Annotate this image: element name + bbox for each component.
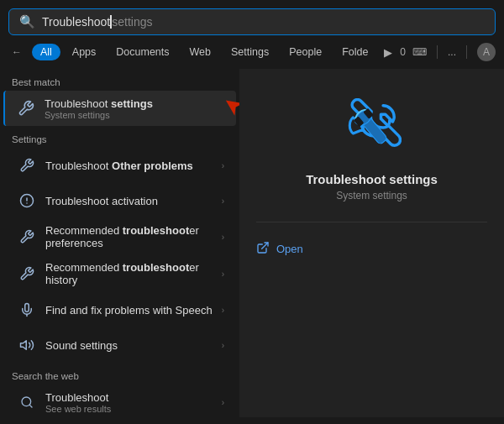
web-item-subtitle: See web results xyxy=(45,404,111,414)
filter-tabs-bar: ← All Apps Documents Web Settings People… xyxy=(0,35,504,69)
chevron-5: › xyxy=(222,341,224,350)
tab-more-button[interactable]: ▶ xyxy=(380,42,396,62)
tab-all[interactable]: All xyxy=(32,44,60,60)
main-layout: Best match Troubleshoot settings System … xyxy=(0,69,504,417)
chevron-3: › xyxy=(222,270,224,279)
svg-marker-4 xyxy=(21,341,27,350)
settings-item-5[interactable]: Sound settings › xyxy=(3,327,236,363)
item-text-3: Recommended troubleshooterhistory xyxy=(45,261,199,286)
right-panel: Troubleshoot settings System settings Op… xyxy=(239,69,504,417)
wrench-svg-icon xyxy=(340,96,403,159)
settings-label: Settings xyxy=(0,126,239,148)
open-icon xyxy=(256,241,270,257)
item-text-2: Recommended troubleshooterpreferences xyxy=(45,224,199,249)
web-item[interactable]: Troubleshoot See web results › xyxy=(3,385,236,417)
best-match-subtitle: System settings xyxy=(45,110,153,120)
svg-line-6 xyxy=(29,405,32,407)
search-text[interactable]: Troubleshootsettings xyxy=(42,15,152,29)
best-match-title: Troubleshoot settings xyxy=(45,97,153,110)
item-text-0: Troubleshoot Other problems xyxy=(45,160,193,172)
best-match-text: Troubleshoot settings System settings xyxy=(45,97,153,120)
item-title-2: Recommended troubleshooterpreferences xyxy=(45,224,199,249)
item-icon-5 xyxy=(15,333,39,357)
item-title-4: Find and fix problems with Speech xyxy=(45,304,213,317)
settings-item-2[interactable]: Recommended troubleshooterpreferences › xyxy=(3,218,236,255)
keyboard-icon: ⌨ xyxy=(412,46,427,58)
item-icon-0 xyxy=(15,154,39,177)
search-typed: Troubleshoot xyxy=(42,15,110,29)
divider xyxy=(437,45,438,59)
annotation-arrow: ➤ xyxy=(218,89,239,123)
back-button[interactable]: ← xyxy=(8,42,25,62)
item-text-1: Troubleshoot activation xyxy=(45,195,158,207)
left-panel: Best match Troubleshoot settings System … xyxy=(0,69,239,417)
open-button[interactable]: Open xyxy=(256,236,303,262)
item-icon-2 xyxy=(15,225,39,249)
right-subtitle: System settings xyxy=(336,190,407,202)
settings-item-0[interactable]: Troubleshoot Other problems › xyxy=(3,148,236,183)
title-normal: Troubleshoot xyxy=(45,97,108,110)
more-label[interactable]: ... xyxy=(448,46,456,58)
settings-item-4[interactable]: Find and fix problems with Speech › xyxy=(3,292,236,327)
chevron-4: › xyxy=(222,306,224,315)
best-match-icon xyxy=(14,97,38,120)
web-title-normal: Troubleshoot xyxy=(45,391,108,404)
web-chevron: › xyxy=(222,398,224,407)
best-match-label: Best match xyxy=(0,69,239,91)
settings-item-1[interactable]: Troubleshoot activation › xyxy=(3,183,236,218)
search-bar[interactable]: 🔍 Troubleshootsettings xyxy=(8,8,496,35)
profile-button[interactable]: A xyxy=(477,43,496,61)
open-label: Open xyxy=(276,243,303,255)
search-rest: settings xyxy=(112,15,152,29)
right-title: Troubleshoot settings xyxy=(306,172,438,186)
item-title-5: Sound settings xyxy=(45,339,118,352)
chevron-1: › xyxy=(222,196,224,206)
item-title-0: Troubleshoot Other problems xyxy=(45,160,193,172)
chevron-2: › xyxy=(222,233,224,242)
item-text-5: Sound settings xyxy=(45,339,118,352)
web-label: Search the web xyxy=(0,363,239,385)
web-item-text: Troubleshoot See web results xyxy=(45,391,111,414)
tab-people[interactable]: People xyxy=(281,44,330,60)
chevron-0: › xyxy=(222,161,224,170)
search-icon: 🔍 xyxy=(19,14,35,29)
svg-line-10 xyxy=(262,243,268,249)
settings-item-3[interactable]: Recommended troubleshooterhistory › xyxy=(3,255,236,292)
right-divider xyxy=(256,222,487,222)
item-icon-3 xyxy=(15,262,39,285)
divider2 xyxy=(466,45,467,59)
item-title-3: Recommended troubleshooterhistory xyxy=(45,261,199,286)
item-title-1: Troubleshoot activation xyxy=(45,195,158,207)
tab-documents[interactable]: Documents xyxy=(108,44,177,60)
title-bold: settings xyxy=(108,97,152,110)
best-match-item[interactable]: Troubleshoot settings System settings ➤ xyxy=(3,91,236,126)
tab-web[interactable]: Web xyxy=(181,44,219,60)
item-icon-4 xyxy=(15,298,39,322)
tab-settings[interactable]: Settings xyxy=(223,44,277,60)
tab-extras: 0 ⌨ ... A xyxy=(400,43,496,61)
tab-apps[interactable]: Apps xyxy=(64,44,105,60)
item-text-4: Find and fix problems with Speech xyxy=(45,304,213,317)
item-icon-1 xyxy=(15,189,39,212)
wrench-container xyxy=(340,96,403,162)
tab-folders[interactable]: Folde xyxy=(333,44,376,60)
web-icon xyxy=(15,390,39,414)
web-item-title: Troubleshoot xyxy=(45,391,111,404)
result-count: 0 xyxy=(400,46,406,58)
